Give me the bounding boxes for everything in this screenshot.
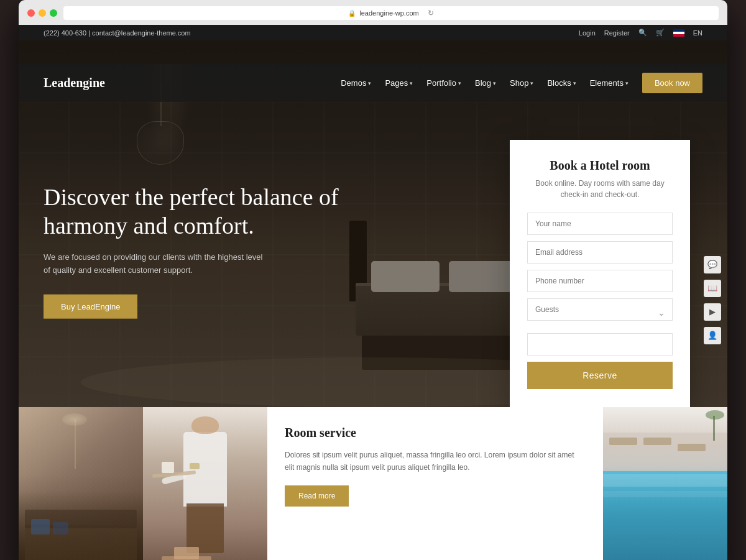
nav-portfolio[interactable]: Portfolio ▾ <box>426 78 461 88</box>
chevron-icon: ▾ <box>625 80 629 86</box>
comment-sidebar-icon[interactable]: 💬 <box>704 256 721 273</box>
service-description: Dolores sit ipsum velit purus aliquet, m… <box>285 449 586 474</box>
nav-shop[interactable]: Shop ▾ <box>510 78 533 88</box>
hero-section: Leadengine Demos ▾ Pages ▾ Portfolio ▾ B… <box>19 40 727 407</box>
service-title: Room service <box>285 426 586 440</box>
nav-blocks[interactable]: Blocks ▾ <box>547 78 576 88</box>
search-icon[interactable]: 🔍 <box>638 29 647 37</box>
book-now-button[interactable]: Book now <box>642 73 702 93</box>
flag-icon <box>673 29 684 37</box>
book-sidebar-icon[interactable]: 📖 <box>704 280 721 297</box>
hero-title: Discover the perfect balance of harmony … <box>44 183 342 240</box>
reload-icon[interactable]: ↻ <box>428 9 434 17</box>
site-logo[interactable]: Leadengine <box>44 76 105 90</box>
register-link[interactable]: Register <box>604 29 630 37</box>
chevron-icon: ▾ <box>458 80 461 86</box>
dot-yellow[interactable] <box>39 9 46 17</box>
user-sidebar-icon[interactable]: 👤 <box>704 327 721 344</box>
reserve-button[interactable]: Reserve <box>527 362 673 389</box>
browser-chrome: 🔒 leadengine-wp.com ↻ <box>19 0 727 25</box>
top-bar: (222) 400-630 | contact@leadengine-theme… <box>19 25 727 40</box>
service-panel: Room service Dolores sit ipsum velit pur… <box>267 407 603 560</box>
email-address: contact@leadengine-theme.com <box>92 29 191 37</box>
dot-red[interactable] <box>27 9 35 17</box>
play-sidebar-icon[interactable]: ▶ <box>704 303 721 321</box>
email-input[interactable] <box>527 241 673 264</box>
nav-blog[interactable]: Blog ▾ <box>475 78 496 88</box>
pool-photo-panel <box>603 407 727 560</box>
top-bar-right: Login Register 🔍 🛒 EN <box>579 29 702 37</box>
browser-dots <box>27 9 57 17</box>
main-nav: Leadengine Demos ▾ Pages ▾ Portfolio ▾ B… <box>19 64 727 102</box>
website-wrapper: 💬 📖 ▶ 👤 (222) 400-630 | contact@leadengi… <box>19 25 727 560</box>
waiter-photo-panel <box>143 407 267 560</box>
phone-input[interactable] <box>527 270 673 292</box>
chevron-icon: ▾ <box>530 80 533 86</box>
hero-subtitle: We are focused on providing our clients … <box>44 251 267 277</box>
browser-toolbar: 🔒 leadengine-wp.com ↻ <box>27 6 719 20</box>
chevron-icon: ▾ <box>410 80 413 86</box>
nav-pages[interactable]: Pages ▾ <box>385 78 413 88</box>
bottom-section: Room service Dolores sit ipsum velit pur… <box>19 407 727 560</box>
cart-icon[interactable]: 🛒 <box>656 29 665 37</box>
lock-icon: 🔒 <box>348 10 356 17</box>
hero-content: Discover the perfect balance of harmony … <box>44 183 342 319</box>
chevron-icon: ▾ <box>573 80 576 86</box>
phone-number: (222) 400-630 <box>44 29 86 37</box>
booking-card: Book a Hotel room Book online. Day rooms… <box>510 140 690 407</box>
booking-subtitle: Book online. Day rooms with same day che… <box>527 178 673 200</box>
lang-label: EN <box>693 29 702 37</box>
read-more-button[interactable]: Read more <box>285 485 349 507</box>
nav-links: Demos ▾ Pages ▾ Portfolio ▾ Blog ▾ Shop … <box>341 73 702 93</box>
guests-select-wrapper: Guests 1 Guest 2 Guests 3 Guests 4 Guest… <box>527 298 673 327</box>
right-sidebar: 💬 📖 ▶ 👤 <box>704 256 721 344</box>
guests-select[interactable]: Guests 1 Guest 2 Guests 3 Guests 4 Guest… <box>527 298 673 321</box>
room-photo-panel <box>19 407 143 560</box>
chevron-icon: ▾ <box>493 80 496 86</box>
date-input[interactable] <box>527 333 673 356</box>
name-input[interactable] <box>527 213 673 235</box>
login-link[interactable]: Login <box>579 29 596 37</box>
booking-title: Book a Hotel room <box>527 158 673 173</box>
nav-demos[interactable]: Demos ▾ <box>341 78 371 88</box>
url-text: leadengine-wp.com <box>359 9 418 17</box>
chevron-icon: ▾ <box>368 80 371 86</box>
address-bar[interactable]: 🔒 leadengine-wp.com ↻ <box>63 6 719 20</box>
buy-button[interactable]: Buy LeadEngine <box>44 294 137 318</box>
browser-window: 🔒 leadengine-wp.com ↻ 💬 📖 ▶ 👤 (222) 400-… <box>19 0 727 560</box>
top-bar-contact: (222) 400-630 | contact@leadengine-theme… <box>44 29 191 37</box>
dot-green[interactable] <box>50 9 57 17</box>
nav-elements[interactable]: Elements ▾ <box>590 78 629 88</box>
